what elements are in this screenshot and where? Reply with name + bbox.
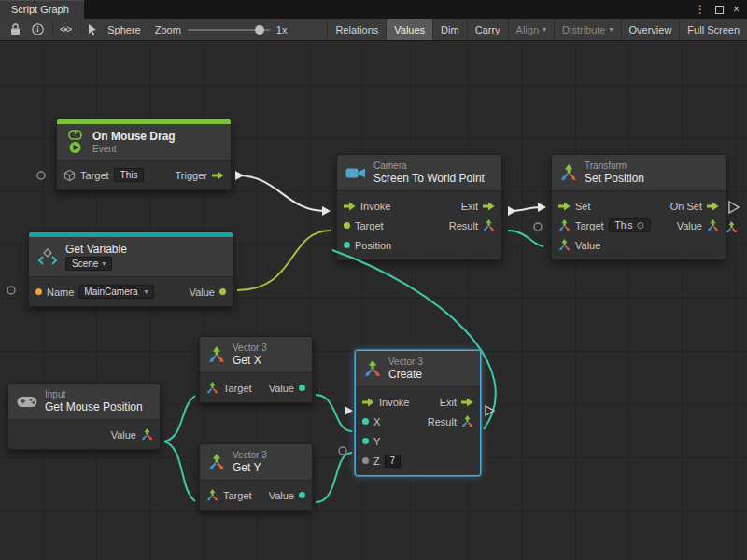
node-set-position[interactable]: Transform Set Position Set On Set Target bbox=[551, 154, 726, 260]
zoom-value: 1x bbox=[276, 24, 288, 35]
target-value-chip[interactable]: This ⊙ bbox=[609, 218, 651, 232]
wire-exit-to-set[interactable] bbox=[510, 207, 541, 211]
variable-name-dropdown[interactable]: MainCamera ▾ bbox=[78, 285, 153, 299]
node-screen-to-world-point[interactable]: Camera Screen To World Point Invoke Exit… bbox=[336, 154, 502, 260]
port-target-label: Target bbox=[80, 170, 109, 181]
wire-mouse-to-get-y[interactable] bbox=[164, 441, 195, 501]
value-output-port[interactable] bbox=[219, 288, 226, 295]
vector3-type-icon[interactable] bbox=[483, 219, 495, 231]
node-subtitle: Event bbox=[92, 144, 176, 154]
wire-maincamera-to-target[interactable] bbox=[237, 231, 331, 290]
graph-canvas[interactable]: On Mouse Drag Event Target This Trigger bbox=[0, 41, 747, 560]
zoom-slider[interactable] bbox=[188, 29, 270, 31]
align-button[interactable]: Align ▾ bbox=[508, 19, 554, 40]
vector3-type-icon[interactable] bbox=[461, 415, 473, 427]
ghost-input-port[interactable] bbox=[534, 223, 542, 231]
port-set-label: Set bbox=[575, 201, 591, 212]
port-row: Y bbox=[356, 431, 480, 451]
y-input-port[interactable] bbox=[362, 438, 369, 444]
ghost-flow-port[interactable] bbox=[345, 406, 353, 415]
distribute-button[interactable]: Distribute ▾ bbox=[554, 19, 620, 40]
flow-output-port[interactable] bbox=[483, 202, 495, 211]
vector3-type-icon[interactable] bbox=[206, 382, 218, 394]
ghost-input-port[interactable] bbox=[37, 172, 45, 179]
zoom-label: Zoom bbox=[155, 24, 181, 35]
lock-icon[interactable] bbox=[7, 21, 23, 38]
chevron-down-icon: ▾ bbox=[543, 25, 546, 34]
info-icon[interactable] bbox=[29, 21, 46, 38]
name-input-port[interactable] bbox=[35, 288, 42, 295]
dim-button[interactable]: Dim bbox=[432, 19, 467, 40]
node-title: On Mouse Drag bbox=[92, 130, 176, 143]
wire-mouse-to-get-x[interactable] bbox=[164, 396, 195, 441]
z-input-port[interactable] bbox=[362, 457, 369, 464]
flow-input-port[interactable] bbox=[362, 398, 374, 407]
fullscreen-button[interactable]: Full Screen bbox=[679, 19, 747, 40]
vector3-type-icon[interactable] bbox=[206, 489, 218, 501]
wire-get-y-to-create-y[interactable] bbox=[316, 453, 352, 502]
wire-trigger-to-invoke[interactable] bbox=[237, 175, 325, 211]
overview-button[interactable]: Overview bbox=[621, 19, 680, 40]
vector3-type-icon[interactable] bbox=[558, 219, 571, 231]
port-row: Target This ⊙ Value bbox=[552, 216, 726, 235]
flow-output-port[interactable] bbox=[461, 398, 473, 407]
object-picker-icon[interactable]: ⊙ bbox=[636, 220, 643, 231]
node-vector3-get-y[interactable]: Vector 3 Get Y Target Value bbox=[199, 443, 313, 511]
chevron-down-icon: ▾ bbox=[610, 25, 613, 34]
port-row: Target Value bbox=[200, 485, 312, 505]
value-output-port[interactable] bbox=[299, 492, 305, 498]
node-category: Transform bbox=[585, 161, 644, 171]
port-position-label: Position bbox=[355, 240, 391, 251]
node-on-mouse-drag[interactable]: On Mouse Drag Event Target This Trigger bbox=[56, 119, 232, 190]
node-category: Vector 3 bbox=[233, 343, 267, 353]
chevron-down-icon: ▾ bbox=[145, 287, 148, 296]
node-get-mouse-position[interactable]: Input Get Mouse Position Value bbox=[7, 383, 161, 450]
node-title: Create bbox=[388, 368, 423, 381]
port-row: X Result bbox=[356, 412, 480, 431]
target-input-port[interactable] bbox=[344, 222, 350, 229]
variable-scope-dropdown[interactable]: Scene ▾ bbox=[65, 257, 112, 271]
port-value-out-label: Value bbox=[677, 220, 702, 231]
vector3-type-icon[interactable] bbox=[558, 239, 571, 251]
tab-script-graph[interactable]: Script Graph bbox=[0, 0, 84, 19]
carry-button[interactable]: Carry bbox=[467, 19, 508, 40]
x-input-port[interactable] bbox=[362, 418, 369, 425]
z-value-field[interactable] bbox=[385, 455, 401, 468]
window-menu-icon[interactable]: ⋮ bbox=[695, 3, 706, 16]
transform-icon bbox=[560, 164, 577, 181]
zoom-slider-handle[interactable] bbox=[255, 25, 264, 35]
node-vector3-create[interactable]: Vector 3 Create Invoke Exit X Result bbox=[355, 350, 481, 476]
ghost-input-port[interactable] bbox=[339, 447, 346, 455]
vector3-icon bbox=[208, 454, 225, 470]
ghost-flow-port[interactable] bbox=[486, 406, 494, 415]
vector3-type-icon[interactable] bbox=[707, 219, 719, 231]
flow-input-port[interactable] bbox=[344, 202, 356, 211]
flow-input-port[interactable] bbox=[558, 202, 571, 211]
node-get-variable[interactable]: Get Variable Scene ▾ Name MainCamera ▾ V… bbox=[28, 231, 233, 307]
maximize-icon[interactable] bbox=[715, 6, 724, 14]
ghost-input-port[interactable] bbox=[7, 287, 15, 294]
relations-button[interactable]: Relations bbox=[327, 19, 386, 40]
ghost-vector3-port-icon bbox=[726, 220, 738, 237]
node-vector3-get-x[interactable]: Vector 3 Get X Target Value bbox=[199, 336, 313, 403]
close-icon[interactable]: × bbox=[733, 3, 740, 16]
chip-label: This bbox=[615, 220, 633, 231]
wire-get-x-to-create-x[interactable] bbox=[316, 395, 352, 431]
dim-label: Dim bbox=[441, 24, 459, 35]
selection-breadcrumb[interactable]: Sphere bbox=[78, 19, 147, 40]
flow-output-port[interactable] bbox=[212, 171, 224, 180]
overview-label: Overview bbox=[629, 24, 672, 35]
node-title: Get X bbox=[233, 354, 267, 367]
mouse-drag-event-icon bbox=[65, 130, 85, 154]
target-value-chip[interactable]: This bbox=[114, 168, 145, 182]
ghost-flow-port[interactable] bbox=[729, 202, 739, 213]
vector3-type-icon[interactable] bbox=[141, 428, 153, 441]
node-title: Set Position bbox=[585, 172, 644, 185]
position-input-port[interactable] bbox=[344, 242, 350, 248]
wire-result-to-value[interactable] bbox=[508, 231, 543, 246]
value-output-port[interactable] bbox=[299, 385, 305, 391]
variable-icon bbox=[37, 248, 58, 265]
code-preview-icon[interactable]: <•> bbox=[60, 24, 71, 35]
flow-output-port[interactable] bbox=[707, 202, 719, 211]
values-button[interactable]: Values bbox=[386, 19, 432, 40]
